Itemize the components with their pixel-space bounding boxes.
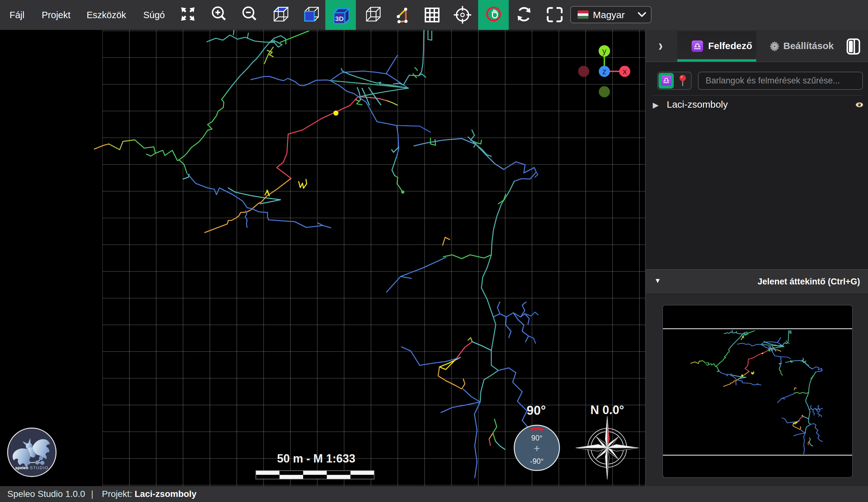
svg-text:+: + — [534, 442, 540, 454]
svg-text:N 0.0°: N 0.0° — [590, 403, 624, 417]
svg-text:Magyar: Magyar — [593, 10, 625, 20]
svg-text:-90°: -90° — [530, 457, 544, 465]
svg-text:90°: 90° — [527, 403, 546, 417]
svg-text:STUDIO: STUDIO — [30, 465, 49, 470]
svg-text:x: x — [623, 66, 627, 76]
svg-text:y: y — [602, 46, 607, 56]
svg-text:speleo: speleo — [15, 465, 28, 470]
svg-text:90°: 90° — [531, 434, 542, 442]
svg-text:z: z — [602, 66, 607, 76]
svg-text:50 m - M 1:633: 50 m - M 1:633 — [277, 452, 355, 465]
svg-text:3D: 3D — [335, 15, 344, 22]
